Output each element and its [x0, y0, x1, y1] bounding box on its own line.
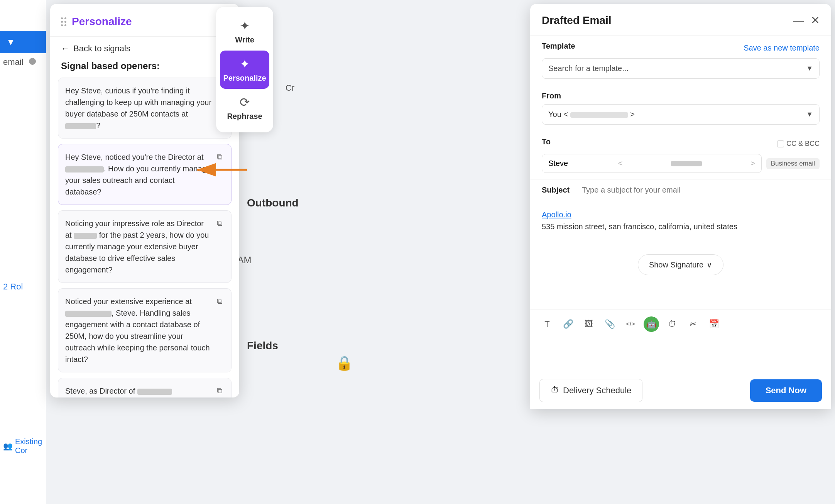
cr-label: Cr [286, 83, 294, 93]
template-row: Template Save as new template [542, 42, 820, 54]
show-signature-chevron: ∨ [707, 260, 712, 269]
apollo-link[interactable]: Apollo.io [542, 210, 820, 219]
email-footer: ⏱ Delivery Schedule Send Now [530, 372, 831, 409]
personalize-toolbar-item[interactable]: ✦ Personalize [220, 51, 269, 89]
from-value: You < > [548, 110, 635, 119]
image-icon: 🖼 [585, 319, 593, 329]
action-toolbar: ✦ Write ✦ Personalize ⟳ Rephrase [216, 7, 273, 132]
opener-card-4[interactable]: Noticed your extensive experience at , S… [58, 288, 232, 372]
delivery-schedule-icon: ⏱ [551, 386, 559, 396]
from-select[interactable]: You < > ▼ [542, 104, 820, 125]
subject-input[interactable] [582, 186, 820, 194]
code-button[interactable]: </> [621, 315, 640, 333]
lock-icon: 🔒 [336, 355, 353, 371]
drag-dots-row1 [61, 17, 66, 19]
show-signature-label: Show Signature [649, 260, 703, 269]
subject-label: Subject [542, 186, 576, 194]
back-arrow-icon: ← [61, 44, 69, 54]
drag-dot [64, 24, 66, 26]
opener-text-1: Hey Steve, curious if you're finding it … [65, 86, 211, 130]
write-toolbar-item[interactable]: ✦ Write [216, 12, 273, 51]
redacted-5 [137, 389, 172, 395]
rephrase-label: Rephrase [227, 112, 262, 121]
bot-button[interactable]: 🤖 [642, 315, 661, 333]
opener-text-5: Steve, as Director of [65, 387, 172, 395]
existing-contacts[interactable]: 👥 Existing Cor [0, 435, 46, 458]
sidebar-blue-item[interactable]: ▼ [0, 31, 46, 53]
cc-bcc-button[interactable]: CC & BCC [777, 140, 820, 148]
cc-checkbox[interactable] [777, 140, 784, 147]
dropdown-icon: ▼ [6, 37, 15, 47]
redacted-1 [65, 123, 96, 129]
roles-label[interactable]: 2 Rol [3, 282, 23, 292]
apollo-address: 535 mission street, san francisco, calif… [542, 222, 737, 231]
calendar-button[interactable]: 📅 [705, 315, 723, 333]
sidebar: ▼ email 2 Rol 👥 Existing Cor [0, 0, 46, 504]
opener-text-3: Noticing your impressive role as Directo… [65, 219, 209, 274]
copy-button-3[interactable]: ⧉ [213, 216, 226, 230]
drag-dot [61, 24, 63, 26]
opener-card-5[interactable]: Steve, as Director of ⧉ [58, 378, 232, 397]
from-email-redacted [570, 112, 628, 118]
email-panel-header: Drafted Email — ✕ [530, 4, 831, 36]
arrow-indicator [193, 162, 251, 179]
copy-button-2[interactable]: ⧉ [213, 150, 226, 164]
personalize-label: Personalize [223, 74, 266, 83]
email-panel: Drafted Email — ✕ Template Save as new t… [530, 4, 831, 409]
email-panel-title: Drafted Email [542, 14, 612, 27]
attachment-icon: 📎 [605, 319, 615, 329]
drag-dots-row3 [61, 24, 66, 26]
template-section: Template Save as new template Search for… [530, 36, 831, 85]
opener-card-1[interactable]: Hey Steve, curious if you're finding it … [58, 78, 232, 139]
redacted-4 [65, 311, 112, 317]
to-field[interactable]: Steve < > [542, 154, 762, 173]
to-section: To CC & BCC Steve < > Business email [530, 131, 831, 179]
to-label: To [542, 137, 551, 146]
opener-card-3[interactable]: Noticing your impressive role as Directo… [58, 210, 232, 283]
email-close-button[interactable]: ✕ [811, 14, 820, 27]
template-dropdown-arrow: ▼ [806, 64, 813, 73]
drag-dot [64, 17, 66, 19]
write-icon: ✦ [240, 19, 250, 33]
copy-button-5[interactable]: ⧉ [213, 384, 226, 397]
template-select[interactable]: Search for a template... ▼ [542, 58, 820, 79]
email-header-actions: — ✕ [793, 14, 820, 27]
copy-button-4[interactable]: ⧉ [213, 294, 226, 308]
show-signature-button[interactable]: Show Signature ∨ [638, 254, 723, 275]
image-button[interactable]: 🖼 [580, 315, 598, 333]
redacted-2 [65, 166, 104, 173]
delivery-schedule-label: Delivery Schedule [563, 386, 631, 396]
back-nav[interactable]: ← Back to signals [50, 37, 239, 61]
fields-label: Fields [247, 340, 278, 352]
email-body: Template Save as new template Search for… [530, 36, 831, 372]
sidebar-dot [29, 58, 36, 65]
outbound-label: Outbound [247, 197, 299, 209]
rephrase-toolbar-item[interactable]: ⟳ Rephrase [216, 89, 273, 127]
openers-list: Hey Steve, curious if you're finding it … [50, 78, 239, 397]
email-label: email [3, 57, 24, 67]
minimize-button[interactable]: — [793, 14, 804, 27]
drag-dot [61, 21, 63, 23]
existing-contacts-label: Existing Cor [15, 437, 43, 455]
delivery-schedule-button[interactable]: ⏱ Delivery Schedule [539, 379, 642, 402]
to-email-start: < [618, 159, 623, 168]
link-button[interactable]: 🔗 [559, 315, 577, 333]
email-toolbar: T 🔗 🖼 📎 </> 🤖 ⏱ ✂ 📅 [530, 309, 831, 339]
compose-area[interactable]: Apollo.io 535 mission street, san franci… [530, 201, 831, 309]
text-format-button[interactable]: T [538, 315, 556, 333]
save-template-link[interactable]: Save as new template [744, 44, 820, 52]
code-icon: </> [626, 321, 635, 328]
cc-bcc-label: CC & BCC [786, 140, 820, 148]
send-now-label: Send Now [766, 386, 806, 395]
send-now-button[interactable]: Send Now [750, 379, 822, 402]
write-label: Write [235, 36, 254, 44]
opener-text-4: Noticed your extensive experience at , S… [65, 297, 210, 364]
drag-handle[interactable] [61, 17, 66, 26]
redacted-3 [74, 233, 97, 239]
panel-header: Personalize ✕ [50, 4, 239, 37]
cut-button[interactable]: ✂ [684, 315, 702, 333]
attachment-button[interactable]: 📎 [600, 315, 619, 333]
template-placeholder: Search for a template... [548, 64, 629, 73]
timer-button[interactable]: ⏱ [663, 315, 681, 333]
text-format-icon: T [544, 319, 549, 329]
